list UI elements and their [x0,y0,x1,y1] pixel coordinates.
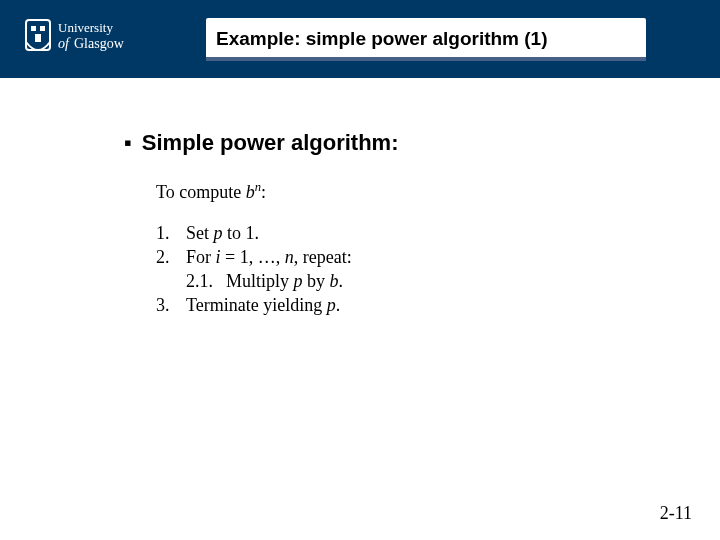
bullet-heading: ▪ Simple power algorithm: [124,130,660,156]
slide-title: Example: simple power algorithm (1) [206,18,646,50]
t: For [186,247,216,267]
step-2-1: 2.1. Multiply p by b. [186,269,660,293]
crest-icon: University of Glasgow [24,14,184,62]
svg-rect-2 [40,26,45,31]
t: . [339,271,344,291]
var-b: b [330,271,339,291]
step-text: For i = 1, …, n, repeat: [186,245,352,269]
t: . [336,295,341,315]
step-number: 2.1. [186,269,226,293]
var-p: p [327,295,336,315]
step-text: Multiply p by b. [226,269,343,293]
t: Multiply [226,271,294,291]
compute-suffix: : [261,182,266,202]
step-number: 2. [156,245,186,269]
compute-line: To compute bn: [156,180,660,203]
t: Terminate yielding [186,295,327,315]
compute-prefix: To compute [156,182,246,202]
svg-rect-1 [31,26,36,31]
compute-base: b [246,182,255,202]
step-1: 1. Set p to 1. [156,221,660,245]
t: to 1. [223,223,260,243]
svg-rect-3 [35,34,41,42]
svg-text:of: of [58,36,71,51]
bullet-square-icon: ▪ [124,130,132,156]
heading-text: Simple power algorithm: [142,130,399,156]
slide-body: ▪ Simple power algorithm: To compute bn:… [124,130,660,317]
university-logo: University of Glasgow [24,14,184,62]
title-underline [206,57,646,61]
step-2: 2. For i = 1, …, n, repeat: [156,245,660,269]
svg-text:University: University [58,20,113,35]
algorithm-steps: 1. Set p to 1. 2. For i = 1, …, n, repea… [156,221,660,317]
slide-header: University of Glasgow Example: simple po… [0,0,720,78]
var-n: n [285,247,294,267]
page-number: 2-11 [660,503,692,524]
step-text: Set p to 1. [186,221,259,245]
t: , repeat: [294,247,352,267]
t: by [303,271,330,291]
var-p: p [214,223,223,243]
t: Set [186,223,214,243]
svg-text:Glasgow: Glasgow [74,36,125,51]
step-3: 3. Terminate yielding p. [156,293,660,317]
step-text: Terminate yielding p. [186,293,340,317]
t: = 1, …, [221,247,285,267]
step-number: 3. [156,293,186,317]
slide-title-bar: Example: simple power algorithm (1) [206,18,646,60]
step-number: 1. [156,221,186,245]
slide: University of Glasgow Example: simple po… [0,0,720,540]
var-p: p [294,271,303,291]
